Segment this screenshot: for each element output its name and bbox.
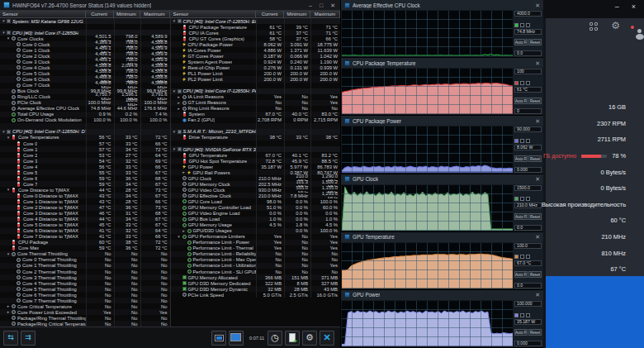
graph-plot[interactable] — [342, 185, 513, 231]
column-header[interactable]: Current — [256, 11, 284, 17]
graph-close-button[interactable]: ✕ — [535, 2, 540, 8]
legend-square[interactable] — [526, 255, 530, 259]
legend-square[interactable] — [526, 197, 530, 201]
legend-square-active[interactable] — [514, 313, 519, 317]
collapse-arrow-icon[interactable]: ▾ — [1, 19, 6, 23]
sensor-row[interactable]: ▾Core Temperatures56 °C33 °C72 °C — [0, 135, 170, 141]
auto-fit-button[interactable]: Auto Fit — [514, 271, 528, 278]
graph-titlebar[interactable]: GPU Temperature✕ — [341, 232, 543, 242]
close-sensors-button[interactable]: ✕ — [320, 331, 334, 346]
metric-row[interactable]: 2711 RPM — [543, 131, 644, 148]
sensor-row[interactable]: CPU Package Temperature61 °C39 °C71 °C — [171, 24, 341, 30]
sensor-row[interactable]: GPU Hot Spot Temperature72.8 °C45.9 °C88… — [171, 158, 341, 164]
reset-button[interactable]: Reset — [528, 39, 542, 45]
expand-arrow-icon[interactable]: ▸ — [177, 95, 182, 99]
metric-row[interactable]: Высокая производительность — [543, 197, 644, 213]
minimize-button[interactable]: – — [309, 2, 312, 8]
collapse-arrow-icon[interactable]: ▾ — [1, 130, 6, 134]
graph-titlebar[interactable]: CPU Package Temperature✕ — [341, 58, 543, 68]
sensor-row[interactable]: Core 456 °C33 °C66 °C — [0, 164, 170, 169]
reset-button[interactable]: Reset — [528, 213, 542, 220]
sensor-row[interactable]: GPU Video Engine Load0.0 %0.0 %0.0 % — [171, 211, 341, 217]
graph-close-button[interactable]: ✕ — [535, 176, 540, 182]
expand-arrow-icon[interactable]: ▸ — [182, 170, 187, 174]
sensor-group-row[interactable]: ▾System: MSI Katana GF66 12UG — [0, 18, 170, 24]
collapse-arrow-icon[interactable]: ▾ — [6, 188, 11, 192]
sensor-row[interactable]: Performance Limit - Reliability VoltageN… — [171, 251, 341, 257]
auto-fit-button[interactable]: Auto Fit — [514, 213, 528, 220]
collapse-arrow-icon[interactable]: ▾ — [6, 136, 11, 140]
sensor-row[interactable]: Core 555 °C33 °C67 °C — [0, 169, 170, 175]
sidebar-close-button[interactable]: × — [632, 3, 636, 11]
sensor-row[interactable]: GPU Temperature67.0 °C40.1 °C83.2 °C — [171, 152, 341, 158]
reset-button[interactable]: Reset — [528, 155, 542, 162]
collapse-arrow-icon[interactable]: ▾ — [6, 36, 11, 41]
graph-close-button[interactable]: ✕ — [535, 234, 540, 240]
sensor-row[interactable]: ▸GPU/D3D Usages0.0 %100.0 % — [171, 228, 341, 234]
graph-plot[interactable] — [342, 126, 513, 172]
sensor-row[interactable]: PCIe Clock100.0 MHz100.0 MHz100.0 MHz — [0, 100, 170, 106]
sensor-row[interactable]: GPU Effective Clock210.0 MHz7.8 MHz1,293… — [171, 193, 341, 198]
metric-row[interactable]: 60 °C — [543, 212, 644, 229]
forward-arrows-button[interactable]: ⇉ — [21, 331, 36, 346]
sensor-row[interactable]: Core 1 Distance to TjMAX43 °C28 °C66 °C — [0, 198, 170, 204]
sensor-row[interactable]: ▸Ring Limit ReasonsNoNoNo — [171, 106, 341, 112]
collapse-arrow-icon[interactable]: ▾ — [172, 130, 177, 134]
sensor-row[interactable]: Core 7 Thermal ThrottlingNoNoNo — [0, 298, 170, 303]
sensor-row[interactable]: Average Effective CPU Clock74.8 MHz44.6 … — [0, 106, 170, 112]
remote-monitor-button[interactable] — [211, 331, 226, 346]
collapse-arrow-icon[interactable]: ▾ — [172, 19, 177, 23]
expand-arrow-icon[interactable]: ▸ — [6, 310, 11, 314]
graph-close-button[interactable]: ✕ — [535, 292, 540, 298]
sensor-row[interactable]: Core 7 Clock4,488.8 MHz798.0 MHz4,588.8 … — [0, 83, 170, 88]
auto-fit-button[interactable]: Auto Fit — [514, 98, 528, 104]
report-button[interactable] — [285, 331, 300, 346]
sensor-row[interactable]: Core 4 Thermal ThrottlingNoNoNo — [0, 280, 170, 286]
sensor-row[interactable]: Package/Ring Thermal ThrottlingNoNoNo — [0, 315, 170, 321]
sensor-row[interactable]: Core 1 Thermal ThrottlingNoNoNo — [0, 263, 170, 269]
reset-button[interactable]: Reset — [528, 271, 542, 278]
settings-button[interactable]: ⚙ — [302, 331, 317, 346]
expand-arrow-icon[interactable]: ▸ — [182, 229, 187, 233]
sensor-row[interactable]: Core 3 Distance to TjMAX46 °C31 °C68 °C — [0, 211, 170, 217]
reset-button[interactable]: Reset — [528, 98, 542, 104]
sensor-row[interactable]: ▸GT Limit ReasonsNoNoYes — [171, 100, 341, 106]
legend-square[interactable] — [520, 139, 524, 143]
apps-grid-icon[interactable] — [590, 22, 598, 31]
sensor-row[interactable]: Core 2 Thermal ThrottlingNoNoNo — [0, 269, 170, 274]
legend-square[interactable] — [520, 23, 524, 27]
swap-arrows-button[interactable]: ⇆ — [3, 331, 18, 346]
sensor-row[interactable]: Core 7 Distance to TjMAX41 °C33 °C66 °C — [0, 234, 170, 240]
sensor-row[interactable]: Core 2 Distance to TjMAX47 °C36 °C73 °C — [0, 205, 170, 211]
collapse-arrow-icon[interactable]: ▾ — [6, 252, 11, 256]
sensor-row[interactable]: CPU Package60 °C38 °C72 °C — [0, 240, 170, 246]
legend-square[interactable] — [520, 313, 524, 317]
expand-arrow-icon[interactable]: ▸ — [6, 304, 11, 308]
sensor-row[interactable]: GT Cores Power0.187 W0.066 W1.042 W — [171, 53, 341, 59]
graph-close-button[interactable]: ✕ — [535, 60, 540, 66]
metric-row[interactable]: 67 °C — [543, 261, 644, 278]
maximize-button[interactable]: □ — [320, 2, 323, 8]
graph-titlebar[interactable]: GPU Power✕ — [341, 290, 543, 300]
sensor-row[interactable]: Performance Limit - ThermalYesNoYes — [171, 246, 341, 251]
sensor-row[interactable]: Total CPU Usage0.9 %0.2 %7.4 % — [0, 112, 170, 117]
sensor-row[interactable]: GPU Memory Allocated366 MB151 MB371 MB — [171, 274, 341, 280]
sensor-row[interactable]: PCIe Link Speed5.0 GT/s2.5 GT/s16.0 GT/s — [171, 292, 341, 298]
collapse-arrow-icon[interactable]: ▾ — [177, 235, 182, 239]
auto-fit-button[interactable]: Auto Fit — [514, 329, 528, 336]
sensor-row[interactable]: PL2 Power Limit200.0 W200.0 W200.0 W — [171, 76, 341, 82]
metric-row[interactable]: 0 Bytes/s — [543, 164, 644, 180]
sensor-row[interactable]: Drive Temperature38 °C33 °C38 °C — [171, 135, 341, 141]
sensor-row[interactable]: Core 659 °C36 °C68 °C — [0, 175, 170, 181]
collapse-arrow-icon[interactable]: ▾ — [172, 147, 177, 151]
legend-square[interactable] — [526, 23, 530, 27]
sensor-row[interactable]: GPU Memory Usage4.5 %1.8 %4.5 % — [171, 222, 341, 228]
collapse-arrow-icon[interactable]: ▾ — [1, 31, 6, 35]
sensor-row[interactable]: GPU Memory Controller Load51.0 %0.0 %60.… — [171, 205, 341, 211]
legend-square-active[interactable] — [514, 139, 519, 143]
legend-square[interactable] — [520, 197, 524, 201]
auto-fit-button[interactable]: Auto Fit — [514, 155, 528, 162]
graph-titlebar[interactable]: GPU Clock✕ — [341, 174, 543, 184]
column-header[interactable]: Minimum — [284, 11, 310, 17]
sensor-group-row[interactable]: ▾CPU [#0]: Intel Core i7-12650H: DTS — [0, 129, 170, 135]
